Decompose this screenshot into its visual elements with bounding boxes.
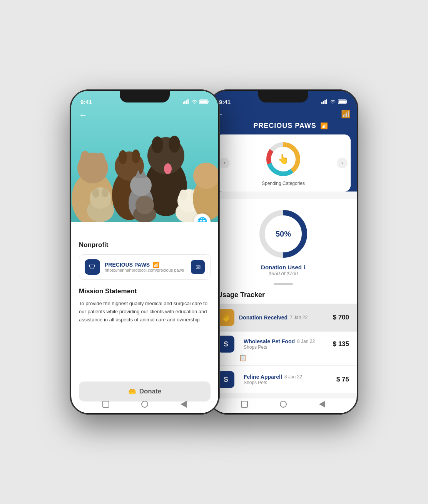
org-title-text: PRECIOUS PAWS [253, 122, 316, 130]
nav-back-right[interactable] [316, 398, 328, 410]
feline-sub: Shops Pets [244, 380, 336, 385]
nonprofit-label: Nonprofit [79, 241, 211, 249]
usage-section: 50% Donation Used ℹ $350 of $700 [210, 199, 357, 280]
usage-donut-container: 50% [256, 207, 310, 261]
svg-rect-36 [321, 102, 323, 104]
svg-rect-2 [186, 100, 187, 104]
svg-point-10 [96, 153, 105, 166]
svg-point-32 [179, 190, 187, 200]
left-phone-screen: 9:41 [71, 91, 218, 413]
battery-icon-right [338, 99, 348, 104]
svg-point-26 [92, 188, 99, 198]
tracker-item-petfood: S Wholesale Pet Food 8 Jan 22 Shops Pets… [210, 332, 357, 366]
tracker-item-feline: S Feline Apparell 8 Jan 22 Shops Pets $ … [210, 366, 357, 394]
carousel-prev[interactable]: ‹ [219, 158, 230, 168]
petfood-sub: Shops Pets [244, 344, 333, 350]
donate-icon: 🤲 [128, 388, 136, 396]
svg-point-17 [152, 136, 163, 153]
phones-container: 9:41 [70, 89, 358, 415]
svg-rect-6 [208, 101, 209, 102]
donation-date: 7 Jan 22 [290, 315, 308, 320]
donation-used-title: Donation Used [261, 264, 302, 270]
svg-rect-37 [323, 101, 324, 104]
nfc-icon-header: 📶 [341, 109, 351, 119]
status-time-right: 9:41 [219, 99, 231, 105]
battery-icon-left [199, 99, 209, 104]
svg-rect-42 [346, 101, 347, 102]
signal-icon [183, 99, 189, 104]
nav-circle-right[interactable] [278, 398, 289, 410]
svg-rect-3 [187, 99, 189, 104]
org-icon: 🛡 [85, 259, 100, 275]
org-card: 🛡 PRECIOUS PAWS 📶 https://hannahprotocol… [79, 254, 211, 280]
svg-rect-38 [324, 100, 326, 104]
svg-point-21 [130, 175, 152, 196]
spending-donut: 👆 [264, 140, 303, 178]
status-time-left: 9:41 [80, 99, 92, 105]
svg-point-18 [169, 136, 180, 153]
nav-home-left[interactable] [100, 398, 112, 410]
petfood-name: Wholesale Pet Food [244, 338, 295, 344]
left-phone: 9:41 [70, 89, 220, 415]
svg-point-14 [132, 150, 140, 163]
hero-image: ← [71, 91, 218, 222]
feline-name: Feline Apparell [244, 374, 282, 380]
donate-label: Donate [139, 388, 162, 395]
usage-percent: 50% [276, 230, 291, 239]
org-url: https://hannahprotocol.com/precious paws [105, 268, 184, 272]
mission-text: To provide the highest quality medical a… [79, 300, 211, 324]
wifi-icon-right [330, 99, 336, 104]
spending-label: Spending Categories [262, 181, 305, 186]
notch [120, 91, 170, 102]
svg-point-9 [80, 151, 90, 166]
donation-amount-val: $ 700 [333, 314, 349, 321]
feline-icon: S [217, 371, 234, 388]
petfood-date: 8 Jan 22 [297, 339, 315, 344]
notch-right [258, 91, 308, 102]
svg-rect-0 [183, 102, 184, 104]
back-arrow-left[interactable]: ← [79, 110, 87, 120]
right-header-bg: 9:41 [210, 91, 357, 192]
bottom-nav-right [210, 398, 357, 413]
nav-home-right[interactable] [239, 398, 250, 410]
svg-rect-39 [326, 99, 327, 104]
svg-point-19 [164, 163, 172, 174]
nav-back-left[interactable] [178, 398, 189, 410]
right-phone-screen: 9:41 [210, 91, 357, 413]
tracker-info-donation: Donation Received 7 Jan 22 [239, 314, 333, 321]
spending-card: ‹ › 👆 [216, 134, 351, 192]
svg-point-35 [193, 163, 218, 189]
right-phone: 9:41 [208, 89, 358, 415]
wifi-icon-left [191, 99, 197, 104]
carousel-next[interactable]: › [337, 158, 348, 168]
status-icons-right [321, 99, 348, 104]
petfood-amount: $ 135 [333, 340, 349, 348]
feline-amount: $ 75 [336, 376, 349, 383]
left-content: Nonprofit 🛡 PRECIOUS PAWS 📶 https://hann… [71, 222, 218, 324]
org-name: PRECIOUS PAWS [105, 262, 150, 268]
petfood-icon: S [217, 336, 234, 353]
svg-point-29 [135, 196, 154, 214]
org-title-header: PRECIOUS PAWS 📶 [210, 122, 357, 134]
nav-circle-left[interactable] [139, 398, 150, 410]
donation-amount: $350 of $700 [269, 270, 298, 276]
tracker-item-donation: 🤚 Donation Received 7 Jan 22 $ 700 [210, 304, 357, 332]
org-info: PRECIOUS PAWS 📶 https://hannahprotocol.c… [105, 262, 184, 272]
donation-used-row: Donation Used ℹ [261, 264, 306, 270]
status-icons-left [183, 99, 209, 104]
svg-point-27 [102, 188, 109, 197]
donut-center-hand-icon: 👆 [278, 154, 289, 165]
usage-tracker-title: Usage Tracker [210, 288, 357, 304]
feline-date: 8 Jan 22 [284, 374, 302, 380]
donation-icon: 🤚 [217, 309, 234, 326]
svg-rect-5 [200, 101, 207, 103]
divider-handle [274, 283, 293, 285]
mission-title: Mission Statement [79, 287, 211, 295]
wifi-green-icon: 📶 [320, 122, 328, 129]
email-icon[interactable]: ✉ [191, 260, 205, 274]
svg-rect-41 [339, 101, 346, 103]
org-wifi-icon: 📶 [153, 262, 159, 268]
right-white-content: 50% Donation Used ℹ $350 of $700 Usage T… [210, 199, 357, 394]
info-icon: ℹ [304, 264, 306, 270]
svg-rect-1 [184, 101, 186, 104]
